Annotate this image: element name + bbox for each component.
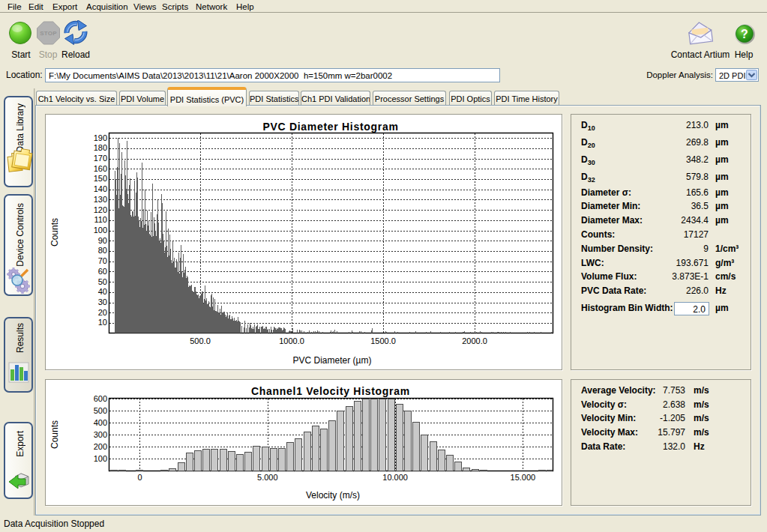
svg-text:500.0: 500.0 — [190, 336, 211, 345]
svg-text:20: 20 — [98, 308, 107, 317]
svg-text:400: 400 — [94, 418, 107, 427]
svg-text:130: 130 — [94, 195, 107, 204]
svg-text:1500.0: 1500.0 — [370, 336, 396, 345]
svg-text:120: 120 — [94, 205, 107, 214]
svg-text:100: 100 — [94, 226, 107, 235]
svg-text:40: 40 — [98, 287, 107, 296]
svg-text:5.000: 5.000 — [257, 473, 278, 482]
svg-text:180: 180 — [94, 143, 107, 152]
svg-text:60: 60 — [98, 267, 107, 276]
svg-text:Counts: Counts — [49, 420, 60, 449]
svg-text:190: 190 — [94, 133, 107, 142]
svg-text:15.000: 15.000 — [511, 473, 536, 482]
svg-text:600: 600 — [94, 394, 107, 403]
svg-text:1000.0: 1000.0 — [279, 336, 304, 345]
svg-text:110: 110 — [94, 215, 107, 224]
svg-text:160: 160 — [94, 164, 107, 173]
svg-text:Velocity (m/s): Velocity (m/s) — [306, 490, 360, 501]
svg-text:0: 0 — [137, 473, 142, 482]
svg-text:100: 100 — [94, 454, 107, 463]
svg-text:170: 170 — [94, 154, 107, 163]
svg-text:500: 500 — [94, 406, 107, 415]
svg-text:80: 80 — [98, 246, 107, 255]
svg-text:2000.0: 2000.0 — [462, 336, 487, 345]
svg-text:140: 140 — [94, 184, 107, 193]
svg-text:70: 70 — [98, 256, 107, 265]
svg-text:90: 90 — [98, 236, 107, 245]
svg-text:300: 300 — [94, 430, 107, 439]
svg-text:50: 50 — [98, 277, 107, 286]
svg-text:Counts: Counts — [49, 218, 60, 247]
svg-text:200: 200 — [94, 442, 107, 451]
svg-text:10.000: 10.000 — [382, 473, 408, 482]
svg-text:150: 150 — [94, 174, 107, 183]
svg-text:Channel1 Velocity Histogram: Channel1 Velocity Histogram — [251, 385, 410, 397]
svg-text:30: 30 — [98, 297, 107, 306]
svg-text:10: 10 — [98, 318, 107, 327]
svg-text:PVC Diameter (µm): PVC Diameter (µm) — [293, 355, 372, 366]
svg-text:PVC Diameter Histogram: PVC Diameter Histogram — [262, 121, 398, 133]
